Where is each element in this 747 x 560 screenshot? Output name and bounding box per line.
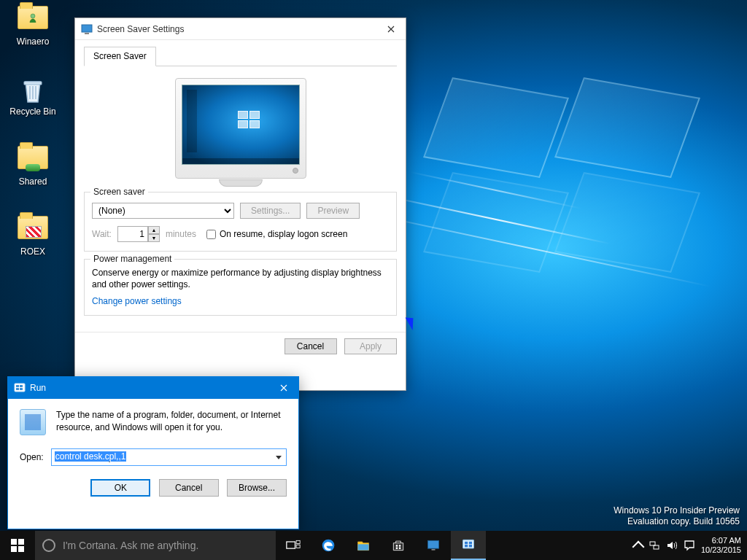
close-button[interactable] [275, 379, 293, 397]
screensaver-select[interactable]: (None) [92, 203, 234, 219]
svg-point-0 [31, 14, 35, 18]
wait-spinner-up[interactable]: ▲ [148, 226, 160, 234]
desktop-icon-winaero[interactable]: Winaero [6, 6, 60, 64]
svg-rect-25 [469, 542, 472, 544]
run-icon [14, 382, 26, 394]
svg-rect-27 [469, 545, 472, 547]
group-legend-screensaver: Screen saver [90, 187, 148, 197]
svg-rect-23 [463, 540, 474, 548]
desktop-icon-label: Winaero [6, 36, 60, 47]
open-combobox-dropdown[interactable] [271, 449, 286, 465]
start-button[interactable] [0, 531, 35, 560]
svg-rect-29 [654, 545, 659, 549]
wait-unit-label: minutes [166, 229, 196, 239]
task-view-button[interactable] [276, 531, 311, 560]
settings-button[interactable]: Settings... [240, 203, 301, 219]
browse-button[interactable]: Browse... [227, 479, 287, 497]
windows-watermark: Windows 10 Pro Insider Preview Evaluatio… [614, 505, 740, 528]
power-description: Conserve energy or maximize performance … [92, 267, 389, 290]
desktop-icon-shared[interactable]: Shared [6, 146, 60, 204]
tray-overflow-button[interactable] [632, 541, 644, 553]
window-title: Run [30, 383, 46, 393]
svg-rect-9 [18, 539, 24, 545]
open-label: Open: [20, 452, 44, 462]
svg-rect-10 [11, 546, 17, 552]
taskbar-app-monitor[interactable] [416, 531, 451, 560]
svg-rect-21 [428, 540, 439, 548]
search-placeholder: I'm Cortana. Ask me anything. [63, 540, 198, 551]
volume-icon[interactable] [666, 540, 678, 551]
svg-rect-18 [399, 545, 401, 547]
on-resume-label: On resume, display logon screen [220, 229, 347, 239]
desktop-icon-recycle-bin[interactable]: Recycle Bin [6, 76, 60, 134]
titlebar[interactable]: Screen Saver Settings [75, 18, 406, 40]
svg-rect-28 [650, 542, 655, 545]
run-large-icon [20, 409, 46, 435]
ok-button[interactable]: OK [90, 479, 150, 497]
taskbar-app-file-explorer[interactable] [346, 531, 381, 560]
svg-rect-19 [396, 548, 398, 550]
desktop-icon-label: ROEX [6, 246, 60, 257]
svg-rect-8 [11, 539, 17, 545]
taskbar-clock[interactable]: 6:07 AM 10/23/2015 [701, 536, 741, 554]
clock-time: 6:07 AM [701, 536, 741, 545]
clock-date: 10/23/2015 [701, 545, 741, 555]
desktop-icon-label: Recycle Bin [6, 106, 60, 117]
desktop-icon-label: Shared [6, 176, 60, 187]
run-dialog-window: Run Type the name of a program, folder, … [7, 376, 299, 529]
svg-rect-12 [287, 542, 295, 548]
change-power-settings-link[interactable]: Change power settings [92, 296, 182, 306]
cortana-search-box[interactable]: I'm Cortana. Ask me anything. [35, 531, 276, 560]
taskbar-app-store[interactable] [381, 531, 416, 560]
group-legend-power: Power management [90, 254, 174, 264]
svg-rect-16 [358, 544, 369, 550]
svg-rect-20 [399, 548, 401, 550]
cancel-button[interactable]: Cancel [285, 338, 337, 354]
svg-rect-24 [465, 542, 468, 544]
wait-minutes-input[interactable] [117, 226, 148, 242]
svg-rect-13 [296, 540, 300, 543]
svg-rect-11 [18, 546, 24, 552]
tab-screen-saver[interactable]: Screen Saver [84, 47, 156, 66]
titlebar[interactable]: Run [8, 377, 298, 399]
cancel-button[interactable]: Cancel [159, 479, 219, 497]
open-combobox[interactable] [51, 448, 287, 466]
run-description: Type the name of a program, folder, docu… [56, 409, 287, 434]
svg-rect-26 [465, 545, 468, 547]
svg-rect-22 [432, 549, 436, 551]
apply-button[interactable]: Apply [344, 338, 397, 354]
action-center-icon[interactable] [684, 540, 695, 551]
preview-button[interactable]: Preview [306, 203, 360, 219]
svg-rect-3 [15, 384, 25, 392]
svg-rect-14 [296, 545, 300, 548]
close-button[interactable] [382, 20, 400, 38]
svg-rect-17 [396, 545, 398, 547]
svg-rect-2 [85, 33, 89, 34]
screensaver-preview [84, 71, 397, 192]
svg-rect-7 [20, 388, 23, 390]
network-icon[interactable] [649, 540, 660, 551]
svg-rect-1 [82, 25, 92, 32]
taskbar-app-edge[interactable] [311, 531, 346, 560]
wait-label: Wait: [92, 229, 112, 239]
svg-rect-5 [20, 385, 23, 387]
taskbar: I'm Cortana. Ask me anything. 6:07 AM 10… [0, 531, 747, 560]
desktop-icon-roex[interactable]: ROEX [6, 216, 60, 274]
screensaver-settings-window: Screen Saver Settings Screen Saver Scree… [74, 18, 406, 391]
svg-rect-4 [16, 385, 19, 387]
wait-spinner-down[interactable]: ▼ [148, 234, 160, 242]
cortana-icon [42, 539, 55, 552]
window-title: Screen Saver Settings [97, 24, 184, 34]
svg-rect-6 [16, 388, 19, 390]
on-resume-checkbox[interactable] [206, 230, 216, 239]
window-icon [81, 23, 93, 35]
taskbar-app-run[interactable] [451, 531, 486, 560]
tab-strip: Screen Saver [84, 46, 397, 66]
